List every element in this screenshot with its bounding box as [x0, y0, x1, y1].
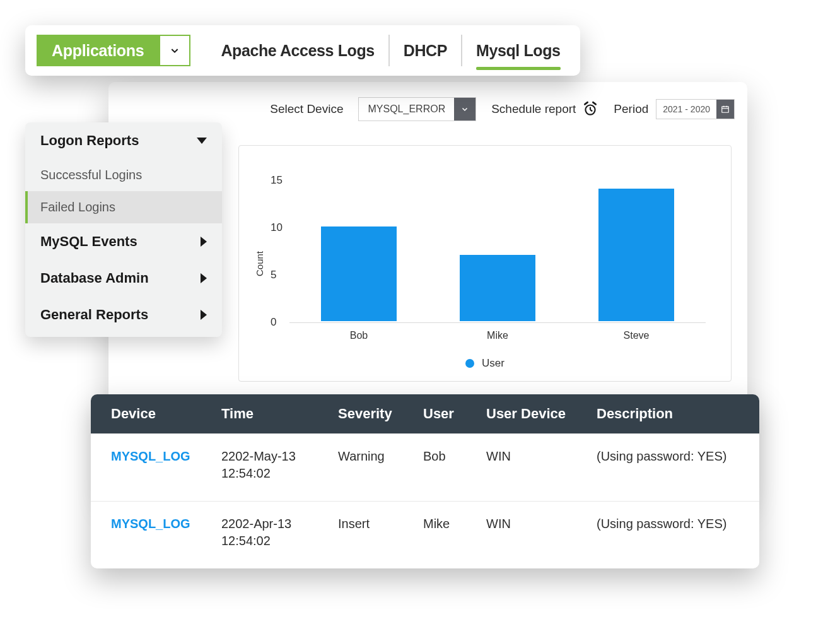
applications-dropdown-toggle[interactable] — [159, 35, 190, 66]
sidebar-item-failed-logins[interactable]: Failed Logins — [25, 191, 222, 223]
table-header-user-device[interactable]: User Device — [486, 406, 597, 422]
cell-time: 2202-May-13 12:54:02 — [221, 449, 338, 481]
cell-severity: Warning — [338, 449, 423, 481]
cell-description: (Using password: YES) — [597, 449, 739, 481]
cell-user: Mike — [423, 517, 486, 548]
sidebar-item-label: Successful Logins — [40, 168, 142, 182]
chart-y-tick: 15 — [271, 174, 283, 187]
triangle-right-icon — [201, 273, 207, 283]
select-device-toggle[interactable] — [454, 98, 475, 121]
schedule-report-button[interactable]: Schedule report — [491, 101, 598, 117]
period-control: Period 2021 - 2020 — [614, 99, 735, 119]
tab-label: Apache Access Logs — [221, 43, 374, 59]
sidebar-item-successful-logins[interactable]: Successful Logins — [25, 159, 222, 191]
log-table: Device Time Severity User User Device De… — [91, 394, 759, 568]
select-device-label: Select Device — [270, 102, 343, 116]
table-row: MYSQL_LOG 2202-May-13 12:54:02 Warning B… — [91, 433, 759, 501]
chart-card: Count BobMikeSteve User 051015 — [238, 145, 732, 382]
chevron-down-icon — [170, 45, 180, 56]
time-clock: 12:54:02 — [221, 466, 338, 481]
triangle-down-icon — [197, 138, 207, 144]
dropdown-label-text: Applications — [52, 42, 144, 60]
table-row: MYSQL_LOG 2202-Apr-13 12:54:02 Insert Mi… — [91, 501, 759, 568]
chart-baseline — [289, 322, 706, 323]
cell-time: 2202-Apr-13 12:54:02 — [221, 517, 338, 548]
chart-y-tick: 0 — [271, 316, 276, 329]
time-date: 2202-May-13 — [221, 449, 296, 463]
cell-user-device: WIN — [486, 517, 597, 548]
cell-severity: Insert — [338, 517, 423, 548]
chart-y-axis-label: Count — [254, 250, 265, 276]
calendar-icon — [721, 105, 730, 114]
alarm-clock-icon — [582, 101, 598, 117]
table-header-row: Device Time Severity User User Device De… — [91, 394, 759, 433]
sidebar-group-mysql-events[interactable]: MySQL Events — [25, 223, 222, 260]
applications-dropdown-label: Applications — [37, 35, 159, 66]
time-clock: 12:54:02 — [221, 534, 338, 548]
cell-user-device: WIN — [486, 449, 597, 481]
sidebar-item-label: Failed Logins — [40, 200, 115, 214]
cell-user: Bob — [423, 449, 486, 481]
sidebar-group-label: Database Admin — [40, 270, 149, 286]
period-label: Period — [614, 102, 648, 116]
tab-dhcp[interactable]: DHCP — [388, 35, 461, 66]
legend-label: User — [482, 357, 505, 370]
period-value: 2021 - 2020 — [656, 100, 716, 119]
sidebar-group-general-reports[interactable]: General Reports — [25, 297, 222, 333]
chart-bar[interactable] — [598, 189, 674, 321]
period-picker[interactable]: 2021 - 2020 — [656, 99, 735, 119]
tab-label: Mysql Logs — [476, 43, 561, 59]
triangle-right-icon — [201, 310, 207, 320]
table-header-description[interactable]: Description — [597, 406, 739, 422]
table-header-user[interactable]: User — [423, 406, 486, 422]
period-calendar-button[interactable] — [716, 100, 734, 119]
triangle-right-icon — [201, 237, 207, 247]
controls-bar: Select Device MYSQL_ERROR Schedule repor… — [1, 82, 747, 121]
chart-legend: User — [239, 357, 731, 370]
tab-label: DHCP — [404, 43, 447, 59]
svg-rect-3 — [722, 107, 729, 112]
cell-description: (Using password: YES) — [597, 517, 739, 548]
schedule-report-label: Schedule report — [491, 102, 576, 116]
svg-line-2 — [590, 110, 592, 111]
device-link[interactable]: MYSQL_LOG — [111, 449, 190, 463]
sidebar: Logon Reports Successful Logins Failed L… — [25, 122, 222, 337]
chart-x-label: Mike — [460, 330, 535, 341]
sidebar-group-label: General Reports — [40, 307, 148, 323]
time-date: 2202-Apr-13 — [221, 517, 291, 531]
chevron-down-icon — [461, 105, 469, 113]
sidebar-group-database-admin[interactable]: Database Admin — [25, 260, 222, 297]
table-header-time[interactable]: Time — [221, 406, 338, 422]
chart-x-label: Steve — [598, 330, 674, 341]
tab-mysql-logs[interactable]: Mysql Logs — [461, 35, 575, 66]
chart-bar[interactable] — [460, 255, 535, 321]
chart-y-tick: 5 — [271, 269, 276, 281]
select-device-value: MYSQL_ERROR — [359, 98, 454, 121]
sidebar-group-label: MySQL Events — [40, 233, 137, 250]
sidebar-group-label: Logon Reports — [40, 132, 139, 149]
top-tab-bar: Applications Apache Access Logs DHCP Mys… — [25, 25, 580, 76]
table-header-device[interactable]: Device — [111, 406, 221, 422]
legend-swatch-icon — [465, 359, 474, 368]
applications-dropdown[interactable]: Applications — [37, 35, 190, 66]
chart-y-tick: 10 — [271, 221, 283, 234]
chart-x-label: Bob — [321, 330, 397, 341]
chart-bar[interactable] — [321, 226, 397, 321]
select-device-dropdown[interactable]: MYSQL_ERROR — [358, 97, 476, 121]
table-header-severity[interactable]: Severity — [338, 406, 423, 422]
sidebar-group-logon-reports[interactable]: Logon Reports — [25, 122, 222, 159]
device-link[interactable]: MYSQL_LOG — [111, 517, 190, 531]
tab-apache-access-logs[interactable]: Apache Access Logs — [207, 35, 388, 66]
tab-list: Apache Access Logs DHCP Mysql Logs — [207, 35, 574, 66]
chart-plot-area: BobMikeSteve — [289, 180, 706, 321]
